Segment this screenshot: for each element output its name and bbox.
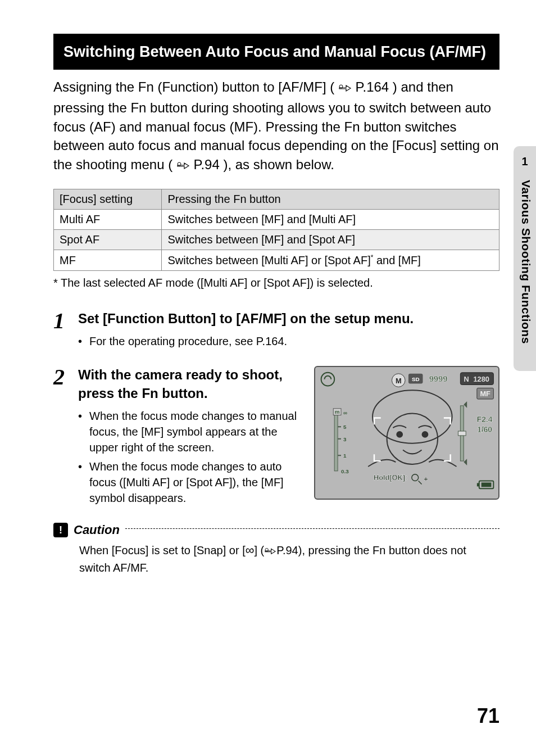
caution-icon: !	[53, 523, 68, 537]
shots-remaining: 9999	[429, 374, 448, 383]
caution-ref: P.94	[276, 544, 298, 556]
side-tab-label: Various Shooting Functions	[519, 180, 533, 344]
svg-point-19	[397, 432, 402, 437]
n-label: N	[464, 375, 469, 383]
svg-point-2	[321, 373, 335, 386]
hold-ok-label: Hold[OK]:	[374, 473, 407, 482]
step-title: Set [Function Button] to [AF/MF] on the …	[78, 310, 499, 328]
mode-dial-icon: M	[392, 374, 405, 387]
scale-1: 1	[343, 453, 347, 459]
cell-setting: MF	[54, 250, 162, 271]
steps-list: 1 Set [Function Button] to [AF/MF] on th…	[53, 310, 499, 509]
step-bullet: When the focus mode changes to manual fo…	[78, 408, 301, 455]
table-header-row: [Focus] setting Pressing the Fn button	[54, 189, 499, 210]
intro-ref1: P.164	[356, 79, 389, 94]
intro-seg3: ), as shown below.	[223, 157, 334, 172]
hand-pointer-icon	[176, 157, 190, 176]
cell-effect: Switches between [Multi AF] or [Spot AF]…	[162, 250, 499, 271]
svg-rect-8	[482, 483, 492, 487]
cell-effect: Switches between [MF] and [Spot AF]	[162, 230, 499, 250]
table-footnote: * The last selected AF mode ([Multi AF] …	[53, 277, 499, 289]
scale-m-label: m	[335, 409, 340, 415]
table-row: Multi AF Switches between [MF] and [Mult…	[54, 210, 499, 230]
step-1: 1 Set [Function Button] to [AF/MF] on th…	[53, 310, 499, 352]
svg-text:+: +	[424, 475, 428, 482]
cell-setting: Multi AF	[54, 210, 162, 230]
hand-pointer-icon	[264, 544, 276, 560]
table-row: MF Switches between [Multi AF] or [Spot …	[54, 250, 499, 271]
caution-heading-row: ! Caution	[53, 523, 499, 537]
cell-effect: Switches between [MF] and [Multi AF]	[162, 210, 499, 230]
aperture-value: F2.4	[477, 416, 493, 424]
step-body: With the camera ready to shoot, press th…	[78, 366, 499, 509]
caution-body: When [Focus] is set to [Snap] or [∞] (P.…	[53, 542, 499, 576]
step-body: Set [Function Button] to [AF/MF] on the …	[78, 310, 499, 352]
step-number: 2	[53, 366, 78, 509]
intro-seg1: Assigning the Fn (Function) button to [A…	[53, 79, 334, 94]
scale-03: 0.3	[341, 468, 349, 474]
sd-label: SD	[412, 376, 420, 382]
svg-point-18	[387, 414, 438, 464]
caution-pre: When [Focus] is set to [Snap] or [	[79, 544, 246, 556]
focus-mapping-table: [Focus] setting Pressing the Fn button M…	[53, 189, 499, 271]
scale-5: 5	[343, 424, 347, 431]
svg-rect-9	[334, 410, 338, 471]
svg-marker-24	[464, 459, 467, 466]
caution-label: Caution	[74, 523, 120, 537]
page-number: 71	[477, 704, 499, 728]
cell-setting: Spot AF	[54, 230, 162, 250]
svg-point-14	[412, 474, 419, 481]
svg-marker-23	[464, 401, 467, 408]
size-label: 1280	[474, 375, 489, 383]
intro-paragraph: Assigning the Fn (Function) button to [A…	[53, 78, 499, 175]
mode-label: M	[396, 377, 402, 385]
cell-effect-pre: Switches between [Multi AF] or [Spot AF]	[167, 254, 370, 266]
shutter-value: 1/60	[477, 425, 492, 434]
section-heading: Switching Between Auto Focus and Manual …	[53, 34, 499, 70]
step-bullet: When the focus mode changes to auto focu…	[78, 459, 301, 506]
svg-rect-22	[458, 432, 466, 436]
intro-ref2: P.94	[193, 157, 219, 172]
col-fn-effect: Pressing the Fn button	[162, 189, 499, 210]
camera-lcd-preview: M SD 9999 N 1280 MF F2.4	[314, 366, 499, 500]
col-focus-setting: [Focus] setting	[54, 189, 162, 210]
cell-effect-post: and [MF]	[373, 254, 420, 266]
step-title: With the camera ready to shoot, press th…	[78, 366, 301, 402]
caution-rule	[125, 528, 499, 529]
hand-pointer-icon	[338, 79, 352, 98]
table-row: Spot AF Switches between [MF] and [Spot …	[54, 230, 499, 250]
caution-mid: ] (	[254, 544, 264, 556]
scale-3: 3	[343, 436, 347, 442]
step-bullet: For the operating procedure, see P.164.	[78, 333, 499, 349]
svg-point-20	[423, 432, 428, 437]
svg-point-17	[373, 391, 452, 443]
svg-rect-7	[477, 483, 479, 487]
step-number: 1	[53, 310, 78, 352]
page: Switching Between Auto Focus and Manual …	[0, 0, 536, 756]
step-2: 2 With the camera ready to shoot, press …	[53, 366, 499, 509]
side-tab-number: 1	[521, 155, 528, 168]
svg-line-15	[419, 481, 422, 485]
scale-infinity: ∞	[343, 410, 347, 416]
infinity-symbol: ∞	[246, 543, 255, 557]
mf-badge: MF	[480, 390, 490, 399]
